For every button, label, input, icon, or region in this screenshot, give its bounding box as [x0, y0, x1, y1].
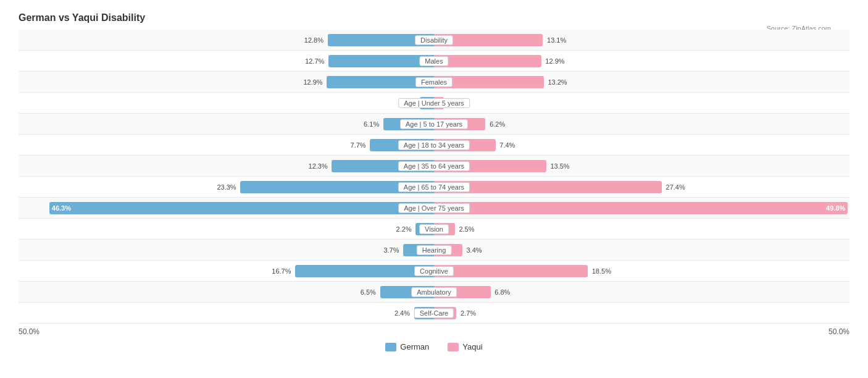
- bar-center-label: Disability: [415, 35, 453, 45]
- bar-row: Females12.9%13.2%: [19, 72, 849, 93]
- german-value-inside: 46.3%: [52, 204, 71, 212]
- bar-center-label: Self-Care: [414, 308, 454, 318]
- bar-center-label: Age | 5 to 17 years: [400, 119, 468, 129]
- bar-center-label: Age | 35 to 64 years: [398, 161, 470, 171]
- bar-row: Males12.7%12.9%: [19, 51, 849, 72]
- bar-row: Age | 35 to 64 years12.3%13.5%: [19, 156, 849, 177]
- legend-yaqui: Yaqui: [448, 342, 482, 351]
- yaqui-value: 18.5%: [592, 267, 611, 275]
- bar-center-label: Vision: [419, 224, 449, 234]
- axis-left: 50.0%: [19, 327, 40, 336]
- german-bar: 46.3%: [49, 202, 434, 214]
- bar-container: Disability12.8%13.1%: [19, 32, 849, 48]
- german-value: 6.1%: [364, 120, 379, 128]
- bar-container: Age | 65 to 74 years23.3%27.4%: [19, 179, 849, 195]
- german-value: 12.7%: [305, 57, 324, 65]
- bar-row: Cognitive16.7%18.5%: [19, 261, 849, 282]
- german-value: 16.7%: [272, 267, 291, 275]
- bar-center-label: Females: [415, 77, 453, 87]
- bar-container: Age | 18 to 34 years7.7%7.4%: [19, 137, 849, 153]
- bar-row: Age | 5 to 17 years6.1%6.2%: [19, 114, 849, 135]
- bar-center-label: Age | 18 to 34 years: [398, 140, 470, 150]
- german-value: 3.7%: [383, 246, 399, 254]
- bar-container: Females12.9%13.2%: [19, 74, 849, 90]
- german-value: 12.3%: [309, 162, 328, 170]
- german-value: 6.5%: [361, 288, 376, 296]
- bar-center-label: Age | Under 5 years: [398, 98, 470, 108]
- chart-title: German vs Yaqui Disability: [19, 12, 849, 23]
- yaqui-value-inside: 49.8%: [826, 204, 845, 212]
- bar-row: 46.3%49.8%Age | Over 75 years: [19, 198, 849, 219]
- yaqui-value: 3.4%: [466, 246, 482, 254]
- yaqui-label: Yaqui: [462, 342, 482, 351]
- german-value: 2.2%: [396, 225, 412, 233]
- bar-container: 46.3%49.8%Age | Over 75 years: [19, 200, 849, 216]
- yaqui-value: 12.9%: [545, 57, 564, 65]
- german-label: German: [400, 342, 429, 351]
- bar-row: Hearing3.7%3.4%: [19, 240, 849, 261]
- yaqui-bar: 49.8%: [434, 202, 848, 214]
- yaqui-value: 6.8%: [495, 288, 510, 296]
- bar-row: Disability12.8%13.1%: [19, 30, 849, 51]
- bar-center-label: Hearing: [417, 245, 452, 255]
- german-swatch: [385, 343, 396, 351]
- yaqui-swatch: [448, 343, 459, 351]
- yaqui-value: 13.1%: [547, 36, 566, 44]
- bar-row: Self-Care2.4%2.7%: [19, 303, 849, 324]
- german-value: 23.3%: [217, 183, 236, 191]
- yaqui-bar: [434, 265, 588, 277]
- bar-center-label: Cognitive: [414, 266, 454, 276]
- bar-container: Males12.7%12.9%: [19, 53, 849, 69]
- bar-container: Cognitive16.7%18.5%: [19, 263, 849, 279]
- bar-row: Age | 65 to 74 years23.3%27.4%: [19, 177, 849, 198]
- chart-area: Disability12.8%13.1%Males12.7%12.9%Femal…: [19, 30, 849, 324]
- yaqui-value: 2.5%: [459, 225, 474, 233]
- bar-container: Hearing3.7%3.4%: [19, 242, 849, 258]
- axis-row: 50.0% 50.0%: [19, 327, 849, 336]
- yaqui-value: 2.7%: [461, 309, 476, 317]
- bar-center-label: Age | Over 75 years: [398, 203, 470, 213]
- bar-container: Self-Care2.4%2.7%: [19, 305, 849, 321]
- bar-row: Vision2.2%2.5%: [19, 219, 849, 240]
- bar-container: Age | 35 to 64 years12.3%13.5%: [19, 158, 849, 174]
- legend: German Yaqui: [19, 342, 849, 351]
- bar-container: Age | 5 to 17 years6.1%6.2%: [19, 116, 849, 132]
- bar-center-label: Males: [419, 56, 448, 66]
- bar-center-label: Ambulatory: [411, 287, 457, 297]
- bar-container: Age | Under 5 years1.7%1.2%: [19, 95, 849, 111]
- bar-row: Ambulatory6.5%6.8%: [19, 282, 849, 303]
- yaqui-bar: [434, 55, 541, 67]
- yaqui-value: 6.2%: [490, 120, 505, 128]
- german-bar: [295, 265, 434, 277]
- german-value: 7.7%: [351, 141, 366, 149]
- german-value: 12.9%: [303, 78, 322, 86]
- bar-row: Age | 18 to 34 years7.7%7.4%: [19, 135, 849, 156]
- bar-center-label: Age | 65 to 74 years: [398, 182, 470, 192]
- german-bar: [328, 55, 434, 67]
- yaqui-value: 13.2%: [548, 78, 567, 86]
- bar-container: Ambulatory6.5%6.8%: [19, 284, 849, 300]
- yaqui-value: 7.4%: [499, 141, 515, 149]
- yaqui-value: 13.5%: [550, 162, 569, 170]
- legend-german: German: [385, 342, 429, 351]
- bar-row: Age | Under 5 years1.7%1.2%: [19, 93, 849, 114]
- axis-right: 50.0%: [828, 327, 849, 336]
- yaqui-value: 27.4%: [666, 183, 685, 191]
- german-value: 2.4%: [394, 309, 410, 317]
- german-value: 12.8%: [304, 36, 323, 44]
- bar-container: Vision2.2%2.5%: [19, 221, 849, 237]
